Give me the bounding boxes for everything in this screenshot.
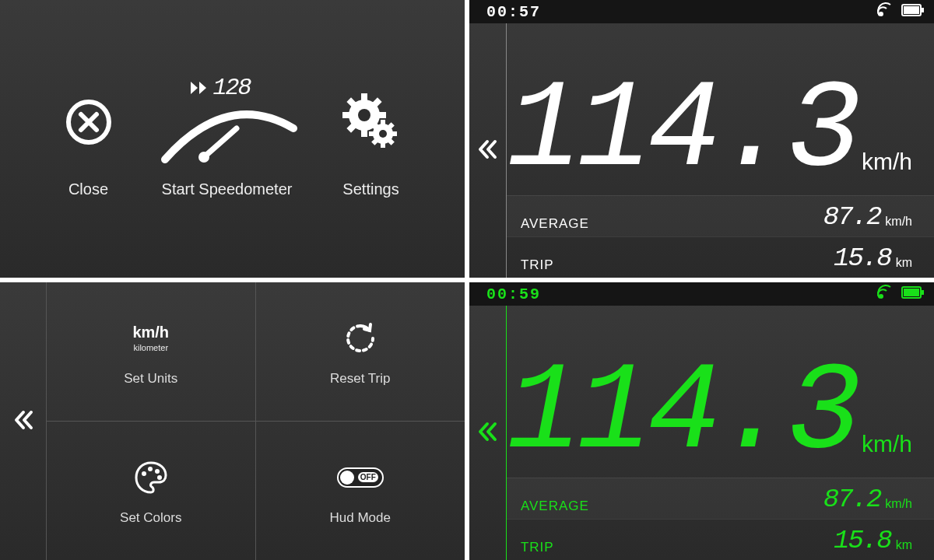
average-unit: km/h — [885, 497, 912, 511]
trip-value: 15.8 — [834, 526, 891, 555]
settings-panel: km/h kilometer Set Units Reset Trip — [0, 282, 465, 560]
battery-icon — [901, 286, 925, 302]
set-colors-label: Set Colors — [120, 510, 181, 526]
trip-label: TRIP — [521, 540, 554, 555]
svg-rect-34 — [922, 290, 924, 295]
svg-rect-26 — [922, 8, 924, 12]
clock-time: 00:57 — [486, 3, 541, 21]
set-units-label: Set Units — [124, 371, 177, 387]
back-button[interactable] — [476, 421, 498, 446]
svg-point-27 — [142, 471, 146, 476]
back-button[interactable] — [476, 138, 498, 163]
trip-unit: km — [896, 256, 912, 270]
svg-rect-33 — [904, 289, 919, 296]
average-label: AVERAGE — [521, 216, 589, 232]
current-speed: 114.3 — [507, 358, 857, 470]
satellite-icon — [876, 284, 894, 304]
svg-line-1 — [204, 128, 237, 157]
gauge-value: 128 — [213, 75, 251, 101]
close-button[interactable]: Close — [64, 79, 114, 198]
trip-value: 15.8 — [834, 243, 891, 273]
reset-trip-button[interactable]: Reset Trip — [256, 282, 465, 422]
svg-point-30 — [157, 475, 162, 480]
svg-point-31 — [880, 295, 883, 298]
reset-trip-label: Reset Trip — [330, 371, 390, 387]
average-value: 87.2 — [823, 485, 881, 514]
average-value: 87.2 — [823, 202, 881, 232]
hud-mode-button[interactable]: OFF Hud Mode — [256, 422, 465, 561]
clock-time: 00:59 — [486, 285, 541, 303]
trip-row: TRIP 15.8 km — [507, 519, 934, 560]
trip-unit: km — [896, 538, 912, 552]
trip-row: TRIP 15.8 km — [507, 236, 934, 278]
svg-rect-5 — [361, 93, 367, 101]
start-speedometer-button[interactable]: 128 Start Speedometer — [157, 79, 297, 198]
battery-icon — [901, 4, 925, 19]
svg-rect-15 — [381, 120, 385, 125]
svg-rect-7 — [342, 112, 350, 118]
average-unit: km/h — [885, 215, 912, 229]
average-row: AVERAGE 87.2 km/h — [507, 478, 934, 519]
svg-rect-16 — [381, 142, 385, 148]
current-speed: 114.3 — [507, 75, 857, 187]
settings-label: Settings — [342, 180, 399, 198]
svg-rect-8 — [378, 112, 386, 118]
settings-button[interactable]: Settings — [341, 79, 402, 198]
speed-unit: km/h — [862, 149, 912, 175]
svg-point-23 — [880, 12, 883, 16]
svg-point-29 — [155, 469, 160, 474]
close-icon — [64, 79, 114, 165]
average-row: AVERAGE 87.2 km/h — [507, 195, 934, 236]
svg-rect-25 — [904, 6, 919, 14]
back-button[interactable] — [12, 409, 34, 434]
set-units-button[interactable]: km/h kilometer Set Units — [47, 282, 256, 422]
units-icon: km/h kilometer — [132, 317, 169, 360]
svg-point-14 — [379, 130, 387, 138]
trip-label: TRIP — [521, 257, 554, 273]
hud-mode-label: Hud Mode — [330, 510, 391, 526]
svg-rect-18 — [392, 131, 397, 136]
main-menu-panel: Close 128 Start Speedometer — [0, 0, 465, 278]
svg-point-2 — [198, 152, 209, 163]
reset-icon — [343, 317, 377, 360]
satellite-icon — [876, 2, 894, 22]
average-label: AVERAGE — [521, 499, 589, 514]
start-speedometer-label: Start Speedometer — [162, 180, 293, 198]
speedometer-white-panel: 00:57 114.3 km/h — [469, 0, 934, 278]
svg-rect-17 — [369, 131, 374, 136]
speed-unit: km/h — [862, 431, 912, 457]
status-bar: 00:57 — [469, 0, 934, 23]
toggle-off-icon: OFF — [337, 456, 384, 499]
set-colors-button[interactable]: Set Colors — [47, 422, 256, 561]
status-bar: 00:59 — [469, 282, 934, 306]
speedometer-green-panel: 00:59 114.3 km/h — [469, 282, 934, 560]
svg-rect-6 — [361, 129, 367, 137]
speedometer-icon: 128 — [157, 79, 297, 165]
gear-icon — [341, 79, 402, 165]
close-label: Close — [68, 180, 108, 198]
svg-point-4 — [358, 109, 370, 121]
palette-icon — [133, 456, 169, 499]
svg-point-28 — [148, 467, 153, 471]
